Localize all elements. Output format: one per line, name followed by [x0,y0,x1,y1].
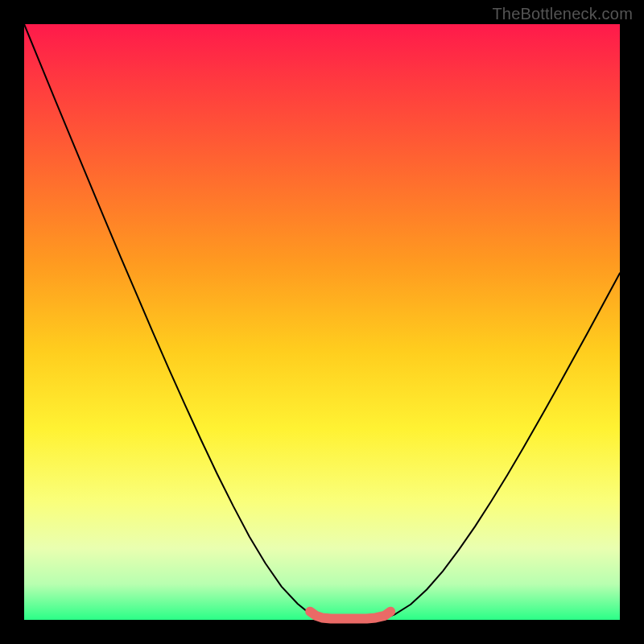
plot-background [24,24,620,620]
watermark-text: TheBottleneck.com [492,5,633,23]
bottleneck-chart [0,0,644,644]
chart-container: TheBottleneck.com [0,0,644,644]
